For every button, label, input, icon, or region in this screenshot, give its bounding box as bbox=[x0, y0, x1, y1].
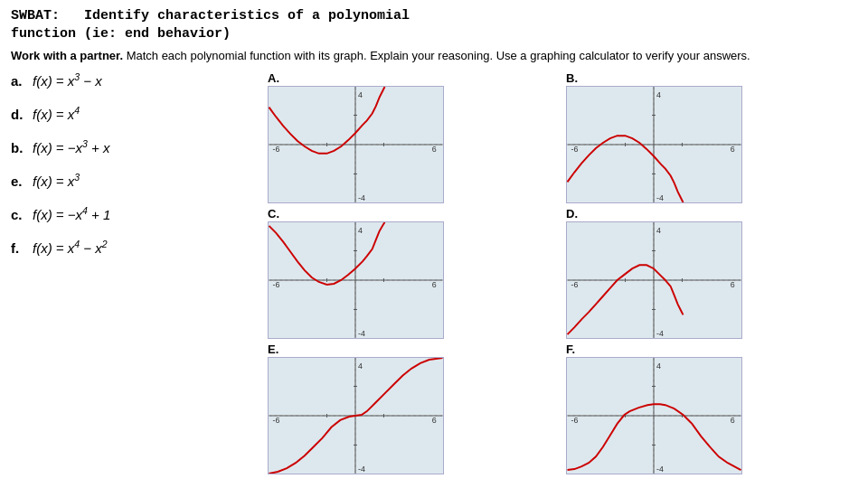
instructions: Work with a partner. Match each polynomi… bbox=[11, 48, 857, 64]
function-f: f. f(x) = x4 − x2 bbox=[11, 239, 255, 256]
graph-label-D: D. bbox=[566, 207, 857, 221]
graph-box-E: 6 -6 4 -4 bbox=[268, 357, 444, 474]
svg-text:-6: -6 bbox=[571, 145, 578, 154]
graph-box-B: 6 -6 4 -4 bbox=[566, 86, 742, 203]
svg-text:-6: -6 bbox=[272, 145, 279, 154]
svg-text:6: 6 bbox=[432, 145, 437, 154]
graphs-area: A. 6 bbox=[264, 71, 857, 474]
func-label-b: b. bbox=[11, 140, 27, 155]
svg-text:6: 6 bbox=[731, 416, 735, 425]
func-expr-e: f(x) = x3 bbox=[33, 172, 80, 189]
func-label-c: c. bbox=[11, 207, 27, 222]
main-content: a. f(x) = x3 − x d. f(x) = x4 b. f(x) = … bbox=[11, 71, 857, 474]
svg-text:6: 6 bbox=[731, 145, 735, 154]
graph-label-F: F. bbox=[566, 343, 857, 356]
svg-text:-6: -6 bbox=[571, 280, 578, 289]
graph-box-A: 6 -6 4 -4 bbox=[268, 86, 444, 203]
graph-B: B. 6 -6 4 -4 bbox=[566, 71, 857, 203]
swbat-title: SWBAT: Identify characteristics of a pol… bbox=[11, 7, 857, 44]
svg-text:-6: -6 bbox=[272, 280, 279, 289]
func-expr-b: f(x) = −x3 + x bbox=[33, 138, 109, 155]
svg-text:-4: -4 bbox=[656, 465, 664, 474]
function-e: e. f(x) = x3 bbox=[11, 172, 255, 189]
svg-text:4: 4 bbox=[358, 226, 363, 235]
graph-box-D: 6 -6 4 -4 bbox=[566, 221, 742, 339]
graph-E: E. 6 -6 4 -4 bbox=[268, 343, 559, 474]
func-label-e: e. bbox=[11, 174, 27, 189]
func-expr-a: f(x) = x3 − x bbox=[33, 71, 102, 89]
func-expr-f: f(x) = x4 − x2 bbox=[33, 239, 108, 256]
svg-text:6: 6 bbox=[432, 280, 437, 289]
graph-box-F: 6 -6 4 -4 bbox=[566, 357, 742, 474]
graph-label-B: B. bbox=[566, 71, 857, 85]
svg-text:4: 4 bbox=[358, 361, 363, 371]
graph-A: A. 6 bbox=[268, 71, 559, 203]
graph-label-E: E. bbox=[268, 343, 559, 356]
svg-text:-4: -4 bbox=[656, 329, 664, 338]
graph-label-A: A. bbox=[268, 71, 559, 85]
svg-text:-4: -4 bbox=[358, 193, 365, 202]
svg-text:-4: -4 bbox=[656, 193, 664, 202]
svg-text:4: 4 bbox=[656, 90, 661, 99]
svg-text:6: 6 bbox=[731, 280, 735, 289]
svg-text:-4: -4 bbox=[358, 465, 365, 474]
svg-text:-6: -6 bbox=[571, 416, 578, 425]
graph-D: D. 6 -6 4 -4 bbox=[566, 207, 857, 339]
func-label-d: d. bbox=[11, 107, 27, 122]
graph-C: C. 6 -6 4 -4 bbox=[268, 207, 559, 339]
func-expr-d: f(x) = x4 bbox=[33, 105, 80, 122]
function-a: a. f(x) = x3 − x bbox=[11, 71, 255, 89]
func-label-f: f. bbox=[11, 240, 27, 256]
function-b: b. f(x) = −x3 + x bbox=[11, 138, 255, 155]
func-expr-c: f(x) = −x4 + 1 bbox=[33, 205, 110, 222]
functions-list: a. f(x) = x3 − x d. f(x) = x4 b. f(x) = … bbox=[11, 71, 264, 474]
function-d: d. f(x) = x4 bbox=[11, 105, 255, 122]
svg-text:4: 4 bbox=[656, 361, 661, 371]
graph-box-C: 6 -6 4 -4 bbox=[268, 221, 444, 339]
function-c: c. f(x) = −x4 + 1 bbox=[11, 205, 255, 222]
graph-F: F. 6 -6 4 -4 bbox=[566, 343, 857, 474]
svg-text:-6: -6 bbox=[272, 416, 279, 425]
svg-text:-4: -4 bbox=[358, 329, 365, 338]
svg-text:4: 4 bbox=[358, 90, 363, 99]
svg-text:6: 6 bbox=[432, 416, 437, 425]
svg-text:4: 4 bbox=[656, 226, 661, 235]
graph-label-C: C. bbox=[268, 207, 559, 221]
func-label-a: a. bbox=[11, 73, 27, 89]
page: SWBAT: Identify characteristics of a pol… bbox=[0, 0, 868, 488]
